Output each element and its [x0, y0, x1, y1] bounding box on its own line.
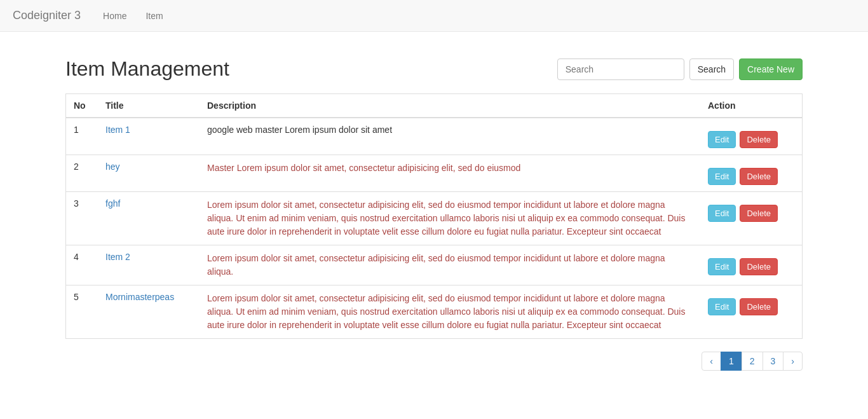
search-area: Search Create New: [557, 58, 803, 80]
cell-title: fghf: [98, 192, 200, 245]
cell-description: Lorem ipsum dolor sit amet, consectetur …: [200, 245, 700, 285]
edit-button[interactable]: Edit: [708, 168, 736, 185]
action-buttons: EditDelete: [708, 198, 794, 222]
table-row: 2heyMaster Lorem ipsum dolor sit amet, c…: [66, 155, 802, 192]
items-table: No Title Description Action 1Item 1googl…: [66, 94, 802, 338]
edit-button[interactable]: Edit: [708, 258, 736, 275]
navbar-item-home[interactable]: Home: [93, 1, 136, 31]
pagination-prev[interactable]: ‹: [702, 352, 721, 371]
title-link[interactable]: hey: [105, 161, 120, 172]
navbar-link-home[interactable]: Home: [93, 1, 136, 31]
page-header-row: Item Management Search Create New: [65, 57, 803, 81]
cell-action: EditDelete: [700, 285, 802, 339]
pagination-page-1-label[interactable]: 1: [721, 352, 742, 371]
pagination: ‹ 1 2 3 ›: [702, 352, 803, 371]
description-text: Master Lorem ipsum dolor sit amet, conse…: [207, 163, 520, 173]
edit-button[interactable]: Edit: [708, 205, 736, 222]
create-new-button[interactable]: Create New: [739, 58, 803, 80]
pagination-page-3-link[interactable]: 3: [763, 352, 784, 371]
action-buttons: EditDelete: [708, 292, 794, 315]
search-button[interactable]: Search: [689, 58, 734, 80]
table-row: 3fghfLorem ipsum dolor sit amet, consect…: [66, 192, 802, 245]
cell-description: Lorem ipsum dolor sit amet, consectetur …: [200, 285, 700, 339]
cell-action: EditDelete: [700, 155, 802, 192]
action-buttons: EditDelete: [708, 252, 794, 275]
action-buttons: EditDelete: [708, 125, 794, 148]
action-buttons: EditDelete: [708, 161, 794, 185]
pagination-prev-link[interactable]: ‹: [702, 352, 721, 371]
description-text: google web master Lorem ipsum dolor sit …: [207, 125, 392, 135]
table-wrapper: No Title Description Action 1Item 1googl…: [65, 93, 803, 339]
cell-no: 2: [66, 155, 98, 192]
cell-title: Item 1: [98, 118, 200, 155]
cell-title: Mornimasterpeas: [98, 285, 200, 339]
pagination-page-2-link[interactable]: 2: [742, 352, 763, 371]
cell-description: Master Lorem ipsum dolor sit amet, conse…: [200, 155, 700, 192]
edit-button[interactable]: Edit: [708, 298, 736, 315]
cell-description: Lorem ipsum dolor sit amet, consectetur …: [200, 192, 700, 245]
col-header-no: No: [66, 94, 98, 118]
col-header-title: Title: [98, 94, 200, 118]
col-header-description: Description: [200, 94, 700, 118]
table-header-row: No Title Description Action: [66, 94, 802, 118]
description-text: Lorem ipsum dolor sit amet, consectetur …: [207, 200, 685, 237]
cell-description: google web master Lorem ipsum dolor sit …: [200, 118, 700, 155]
navbar: Codeigniter 3 Home Item: [0, 0, 868, 32]
cell-no: 3: [66, 192, 98, 245]
delete-button[interactable]: Delete: [740, 168, 778, 185]
title-link[interactable]: Item 2: [105, 252, 130, 262]
table-row: 5MornimasterpeasLorem ipsum dolor sit am…: [66, 285, 802, 339]
title-link[interactable]: Mornimasterpeas: [105, 292, 174, 302]
delete-button[interactable]: Delete: [740, 298, 778, 315]
delete-button[interactable]: Delete: [740, 258, 778, 275]
description-text: Lorem ipsum dolor sit amet, consectetur …: [207, 293, 685, 330]
pagination-row: ‹ 1 2 3 ›: [65, 352, 803, 371]
page-title: Item Management: [65, 57, 229, 81]
pagination-next[interactable]: ›: [783, 352, 803, 371]
cell-action: EditDelete: [700, 245, 802, 285]
description-text: Lorem ipsum dolor sit amet, consectetur …: [207, 253, 665, 277]
table-row: 4Item 2Lorem ipsum dolor sit amet, conse…: [66, 245, 802, 285]
navbar-item-item[interactable]: Item: [136, 1, 172, 31]
edit-button[interactable]: Edit: [708, 131, 736, 148]
delete-button[interactable]: Delete: [740, 131, 778, 148]
navbar-nav: Home Item: [93, 1, 173, 31]
cell-no: 1: [66, 118, 98, 155]
search-input[interactable]: [557, 58, 684, 80]
table-row: 1Item 1google web master Lorem ipsum dol…: [66, 118, 802, 155]
navbar-brand[interactable]: Codeigniter 3: [13, 9, 81, 22]
title-link[interactable]: fghf: [105, 198, 120, 209]
cell-no: 5: [66, 285, 98, 339]
main-container: Item Management Search Create New No Tit…: [53, 32, 815, 383]
delete-button[interactable]: Delete: [740, 205, 778, 222]
col-header-action: Action: [700, 94, 802, 118]
cell-action: EditDelete: [700, 118, 802, 155]
title-link[interactable]: Item 1: [105, 125, 130, 135]
pagination-page-3[interactable]: 3: [763, 352, 784, 371]
pagination-page-1[interactable]: 1: [721, 352, 742, 371]
cell-title: hey: [98, 155, 200, 192]
cell-action: EditDelete: [700, 192, 802, 245]
cell-no: 4: [66, 245, 98, 285]
pagination-page-2[interactable]: 2: [742, 352, 763, 371]
pagination-next-link[interactable]: ›: [783, 352, 803, 371]
cell-title: Item 2: [98, 245, 200, 285]
navbar-link-item[interactable]: Item: [136, 1, 172, 31]
